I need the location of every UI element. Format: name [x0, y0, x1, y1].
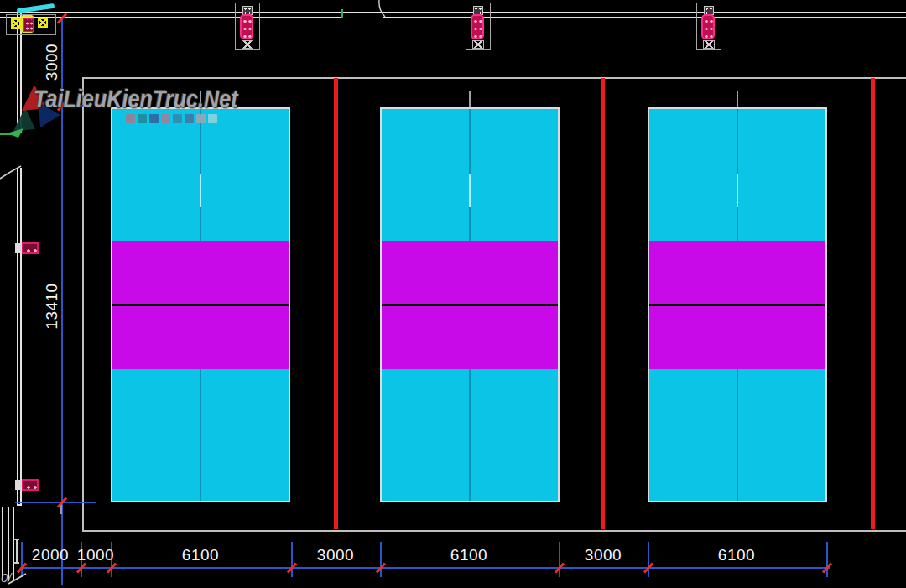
court-3-centerline-bottom	[737, 369, 738, 501]
left-door-leaf	[0, 133, 17, 135]
left-wall-end-cap	[17, 504, 22, 506]
fixture-lamp	[701, 14, 715, 39]
dim-stub-13410	[15, 502, 96, 503]
wall-socket-icon-2	[15, 479, 39, 491]
court-3	[648, 107, 827, 502]
court-1	[111, 107, 290, 502]
cad-canvas[interactable]: 3000 13410 2000 1000 6100 3000 6100 3000…	[0, 0, 906, 588]
court-2-top-stub	[469, 91, 471, 107]
dim-label-1000: 1000	[77, 546, 114, 565]
section-mark	[16, 539, 18, 563]
switch-body-icon	[23, 18, 34, 32]
court-1-net-band-upper	[112, 241, 289, 304]
fixture-junction-icon	[472, 40, 484, 49]
court-2-center-mark	[469, 174, 471, 207]
court-3-top-stub	[737, 91, 738, 107]
court-2-net-band-lower	[382, 306, 558, 369]
court-1-center-mark	[200, 174, 201, 207]
left-wall-inner-line-lower	[20, 168, 22, 506]
dim-ext-line	[380, 542, 382, 577]
swatch-6	[185, 114, 194, 123]
court-1-net-band-lower	[112, 306, 289, 369]
swatch-3	[149, 114, 159, 123]
dim-ext-line	[559, 542, 560, 577]
junction-box-icon-2	[38, 18, 48, 28]
swatch-7	[196, 114, 206, 123]
watermark-text: TaiLieuKienTruc.Net	[34, 85, 238, 113]
light-fixture-icon-2	[466, 3, 491, 50]
socket-base	[15, 480, 22, 490]
dim-label-left-3000: 3000	[43, 44, 61, 81]
dim-label-3000-b: 3000	[585, 546, 622, 565]
court-3-net-band-lower	[649, 306, 825, 369]
section-mark-tick	[13, 539, 19, 540]
socket-base	[15, 243, 22, 253]
left-wall-outer-line-lower	[17, 168, 18, 506]
dim-label-left-13410: 13410	[43, 283, 61, 329]
section-mark-tick	[13, 562, 19, 564]
dim-label-6100-c: 6100	[718, 546, 755, 565]
swatch-8	[208, 114, 217, 123]
wall-socket-icon-1	[15, 242, 39, 254]
top-wall-outer-line	[0, 12, 906, 13]
electrical-cluster-box	[6, 14, 56, 35]
light-fixture-icon-3	[696, 3, 721, 50]
swatch-2	[138, 114, 147, 123]
dim-ext-line	[826, 542, 828, 577]
fixture-lamp	[240, 14, 253, 39]
swatch-4	[161, 114, 170, 123]
dim-label-6100-b: 6100	[450, 546, 487, 565]
stair-line	[13, 507, 14, 581]
top-door-swing-arc	[379, 0, 385, 17]
light-fixture-icon-1	[235, 3, 260, 50]
court-1-centerline-bottom	[200, 369, 201, 501]
court-3-net-band-upper	[649, 241, 825, 304]
red-gridline-3	[871, 78, 875, 529]
junction-box-icon-1	[11, 18, 21, 29]
dim-label-6100-a: 6100	[182, 546, 219, 565]
top-wall-inner-line-right	[383, 17, 906, 18]
dim-label-3000-a: 3000	[317, 546, 354, 565]
court-2	[380, 107, 560, 502]
dim-ext-line	[648, 542, 649, 577]
color-swatch-strip	[126, 114, 217, 123]
court-3-center-mark	[737, 174, 738, 207]
court-2-centerline-bottom	[469, 369, 471, 501]
corner-text-fragment: 0/	[1, 570, 12, 585]
socket-body	[22, 479, 39, 491]
top-door-jamb-tick	[341, 9, 343, 18]
court-2-net-band-upper	[382, 241, 558, 304]
red-gridline-1	[334, 78, 338, 529]
fixture-junction-icon	[703, 40, 715, 49]
dim-ext-line	[21, 542, 23, 577]
fixture-junction-icon	[242, 40, 253, 49]
dim-label-2000: 2000	[32, 546, 69, 565]
dim-ext-line	[291, 542, 293, 577]
swatch-5	[173, 114, 182, 123]
red-gridline-2	[601, 78, 605, 529]
bottom-dimension-line	[20, 567, 830, 569]
socket-body	[22, 242, 39, 254]
swatch-1	[126, 114, 135, 123]
fixture-lamp	[471, 14, 484, 39]
